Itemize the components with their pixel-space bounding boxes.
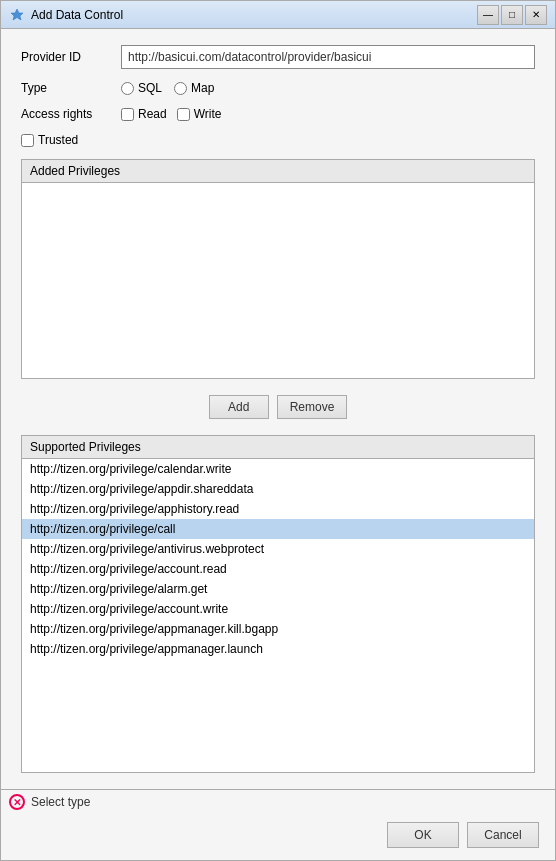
supported-privileges-header: Supported Privileges bbox=[22, 436, 534, 459]
window-title: Add Data Control bbox=[31, 8, 477, 22]
dialog-content: Provider ID Type SQL Map Access rights bbox=[1, 29, 555, 789]
cancel-button[interactable]: Cancel bbox=[467, 822, 539, 848]
window-icon bbox=[9, 7, 25, 23]
type-row: Type SQL Map bbox=[21, 81, 535, 95]
minimize-button[interactable]: — bbox=[477, 5, 499, 25]
trusted-option[interactable]: Trusted bbox=[21, 133, 78, 147]
read-label: Read bbox=[138, 107, 167, 121]
type-sql-option[interactable]: SQL bbox=[121, 81, 162, 95]
type-sql-radio[interactable] bbox=[121, 82, 134, 95]
list-item[interactable]: http://tizen.org/privilege/apphistory.re… bbox=[22, 499, 534, 519]
trusted-checkbox[interactable] bbox=[21, 134, 34, 147]
trusted-label: Trusted bbox=[38, 133, 78, 147]
list-item[interactable]: http://tizen.org/privilege/appdir.shared… bbox=[22, 479, 534, 499]
read-checkbox[interactable] bbox=[121, 108, 134, 121]
list-item[interactable]: http://tizen.org/privilege/alarm.get bbox=[22, 579, 534, 599]
write-label: Write bbox=[194, 107, 222, 121]
footer-buttons-row: OK Cancel bbox=[1, 814, 555, 860]
list-item[interactable]: http://tizen.org/privilege/call bbox=[22, 519, 534, 539]
list-item[interactable]: http://tizen.org/privilege/account.read bbox=[22, 559, 534, 579]
provider-id-input[interactable] bbox=[121, 45, 535, 69]
write-checkbox[interactable] bbox=[177, 108, 190, 121]
provider-id-row: Provider ID bbox=[21, 45, 535, 69]
list-item[interactable]: http://tizen.org/privilege/account.write bbox=[22, 599, 534, 619]
type-sql-label: SQL bbox=[138, 81, 162, 95]
close-button[interactable]: ✕ bbox=[525, 5, 547, 25]
main-window: Add Data Control — □ ✕ Provider ID Type … bbox=[0, 0, 556, 861]
access-rights-group: Read Write bbox=[121, 107, 221, 121]
type-radio-group: SQL Map bbox=[121, 81, 214, 95]
type-map-radio[interactable] bbox=[174, 82, 187, 95]
supported-privileges-list[interactable]: http://tizen.org/privilege/calendar.writ… bbox=[22, 459, 534, 772]
title-bar: Add Data Control — □ ✕ bbox=[1, 1, 555, 29]
ok-button[interactable]: OK bbox=[387, 822, 459, 848]
access-rights-label: Access rights bbox=[21, 107, 111, 121]
trusted-row: Trusted bbox=[21, 133, 535, 147]
type-map-option[interactable]: Map bbox=[174, 81, 214, 95]
status-text: Select type bbox=[31, 795, 90, 809]
supported-list-container: http://tizen.org/privilege/calendar.writ… bbox=[22, 459, 534, 772]
added-privileges-body[interactable] bbox=[22, 183, 534, 378]
list-item[interactable]: http://tizen.org/privilege/appmanager.la… bbox=[22, 639, 534, 659]
added-privileges-header: Added Privileges bbox=[22, 160, 534, 183]
add-button[interactable]: Add bbox=[209, 395, 269, 419]
remove-button[interactable]: Remove bbox=[277, 395, 348, 419]
svg-marker-0 bbox=[11, 9, 23, 20]
list-item[interactable]: http://tizen.org/privilege/appmanager.ki… bbox=[22, 619, 534, 639]
status-bar: ✕ Select type bbox=[1, 789, 555, 814]
read-access-option[interactable]: Read bbox=[121, 107, 167, 121]
window-controls: — □ ✕ bbox=[477, 5, 547, 25]
list-item[interactable]: http://tizen.org/privilege/antivirus.web… bbox=[22, 539, 534, 559]
list-item[interactable]: http://tizen.org/privilege/calendar.writ… bbox=[22, 459, 534, 479]
added-privileges-panel: Added Privileges bbox=[21, 159, 535, 379]
write-access-option[interactable]: Write bbox=[177, 107, 222, 121]
type-map-label: Map bbox=[191, 81, 214, 95]
type-label: Type bbox=[21, 81, 111, 95]
provider-id-label: Provider ID bbox=[21, 50, 111, 64]
status-error-icon: ✕ bbox=[9, 794, 25, 810]
access-rights-row: Access rights Read Write bbox=[21, 107, 535, 121]
maximize-button[interactable]: □ bbox=[501, 5, 523, 25]
action-buttons-row: Add Remove bbox=[21, 395, 535, 419]
supported-privileges-panel: Supported Privileges http://tizen.org/pr… bbox=[21, 435, 535, 773]
